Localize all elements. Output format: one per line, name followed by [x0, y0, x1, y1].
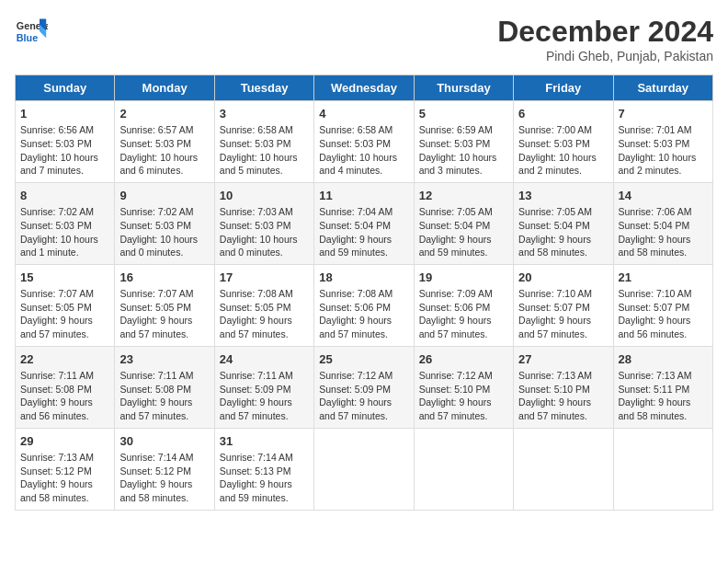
calendar-cell: 23Sunrise: 7:11 AMSunset: 5:08 PMDayligh…: [115, 346, 214, 428]
day-info: Sunrise: 7:11 AM: [220, 369, 309, 383]
day-info: and 2 minutes.: [619, 164, 708, 178]
calendar-cell: [613, 428, 712, 510]
day-info: Sunset: 5:03 PM: [220, 219, 309, 233]
col-monday: Monday: [115, 75, 214, 101]
day-info: and 57 minutes.: [20, 327, 109, 341]
day-info: Sunrise: 7:09 AM: [419, 287, 508, 301]
calendar-row: 1Sunrise: 6:56 AMSunset: 5:03 PMDaylight…: [16, 101, 713, 183]
day-number: 1: [20, 106, 109, 122]
day-info: Sunset: 5:03 PM: [119, 219, 209, 233]
day-number: 7: [619, 106, 708, 122]
day-info: and 58 minutes.: [20, 491, 109, 505]
day-info: Daylight: 10 hours: [119, 233, 209, 247]
day-info: Daylight: 9 hours: [220, 477, 309, 491]
day-number: 28: [619, 351, 708, 368]
day-info: Sunset: 5:12 PM: [20, 465, 109, 478]
day-info: Sunset: 5:06 PM: [419, 301, 508, 315]
calendar-cell: 12Sunrise: 7:05 AMSunset: 5:04 PMDayligh…: [414, 182, 513, 264]
calendar-row: 15Sunrise: 7:07 AMSunset: 5:05 PMDayligh…: [16, 264, 713, 346]
calendar-cell: 11Sunrise: 7:04 AMSunset: 5:04 PMDayligh…: [314, 182, 414, 264]
calendar-row: 29Sunrise: 7:13 AMSunset: 5:12 PMDayligh…: [16, 428, 713, 510]
day-info: Sunset: 5:05 PM: [20, 301, 109, 315]
day-info: and 59 minutes.: [220, 491, 309, 505]
day-info: Daylight: 10 hours: [220, 233, 309, 247]
day-info: Daylight: 9 hours: [619, 314, 708, 327]
calendar-cell: 24Sunrise: 7:11 AMSunset: 5:09 PMDayligh…: [214, 346, 313, 428]
day-info: and 57 minutes.: [518, 409, 608, 423]
day-info: Sunrise: 7:08 AM: [220, 287, 309, 301]
day-info: Sunrise: 7:13 AM: [20, 451, 109, 465]
day-info: Sunset: 5:07 PM: [619, 301, 708, 315]
day-info: and 57 minutes.: [419, 327, 508, 341]
day-info: and 1 minute.: [20, 246, 109, 259]
calendar-row: 8Sunrise: 7:02 AMSunset: 5:03 PMDaylight…: [16, 182, 713, 264]
col-wednesday: Wednesday: [314, 75, 414, 101]
day-number: 9: [119, 188, 209, 204]
day-info: and 58 minutes.: [518, 246, 608, 259]
day-info: and 57 minutes.: [319, 409, 408, 423]
day-number: 15: [20, 270, 109, 286]
day-info: Sunset: 5:05 PM: [119, 301, 209, 315]
day-info: Sunset: 5:03 PM: [20, 137, 109, 151]
day-info: Sunset: 5:08 PM: [119, 383, 209, 396]
day-number: 23: [119, 351, 209, 368]
day-info: Sunrise: 7:14 AM: [119, 451, 209, 465]
day-info: Sunrise: 7:05 AM: [419, 205, 508, 219]
logo: General Blue: [15, 15, 48, 48]
day-number: 5: [419, 106, 508, 122]
header-row: Sunday Monday Tuesday Wednesday Thursday…: [16, 75, 713, 101]
page-subtitle: Pindi Gheb, Punjab, Pakistan: [497, 49, 713, 63]
day-number: 25: [319, 351, 408, 368]
day-info: Sunrise: 7:01 AM: [619, 123, 708, 137]
day-info: and 58 minutes.: [119, 491, 209, 505]
day-info: Sunset: 5:05 PM: [220, 301, 309, 315]
day-info: and 57 minutes.: [319, 327, 408, 341]
day-info: and 57 minutes.: [419, 409, 508, 423]
day-info: Sunrise: 7:10 AM: [619, 287, 708, 301]
day-number: 21: [619, 270, 708, 286]
day-number: 12: [419, 188, 508, 204]
day-info: and 57 minutes.: [518, 327, 608, 341]
day-info: Daylight: 10 hours: [419, 151, 508, 165]
day-number: 29: [20, 433, 109, 450]
day-info: Sunset: 5:10 PM: [518, 383, 608, 396]
col-sunday: Sunday: [16, 75, 115, 101]
col-thursday: Thursday: [414, 75, 513, 101]
calendar-table: Sunday Monday Tuesday Wednesday Thursday…: [15, 75, 713, 511]
calendar-row: 22Sunrise: 7:11 AMSunset: 5:08 PMDayligh…: [16, 346, 713, 428]
calendar-cell: 8Sunrise: 7:02 AMSunset: 5:03 PMDaylight…: [16, 182, 115, 264]
calendar-cell: 25Sunrise: 7:12 AMSunset: 5:09 PMDayligh…: [314, 346, 414, 428]
day-info: and 0 minutes.: [119, 246, 209, 259]
calendar-cell: 4Sunrise: 6:58 AMSunset: 5:03 PMDaylight…: [314, 101, 414, 183]
day-number: 17: [220, 270, 309, 286]
day-info: Sunset: 5:04 PM: [518, 219, 608, 233]
day-info: Sunrise: 7:11 AM: [20, 369, 109, 383]
calendar-cell: 19Sunrise: 7:09 AMSunset: 5:06 PMDayligh…: [414, 264, 513, 346]
day-number: 20: [518, 270, 608, 286]
calendar-cell: 14Sunrise: 7:06 AMSunset: 5:04 PMDayligh…: [613, 182, 712, 264]
day-info: Sunrise: 7:00 AM: [518, 123, 608, 137]
day-info: Sunrise: 7:04 AM: [319, 205, 408, 219]
day-info: Sunset: 5:08 PM: [20, 383, 109, 396]
day-number: 10: [220, 188, 309, 204]
col-friday: Friday: [514, 75, 613, 101]
calendar-header: Sunday Monday Tuesday Wednesday Thursday…: [16, 75, 713, 101]
day-number: 26: [419, 351, 508, 368]
day-info: Sunrise: 7:07 AM: [20, 287, 109, 301]
calendar-cell: 17Sunrise: 7:08 AMSunset: 5:05 PMDayligh…: [214, 264, 313, 346]
day-info: Daylight: 10 hours: [20, 233, 109, 247]
day-info: Sunset: 5:04 PM: [419, 219, 508, 233]
day-info: Daylight: 9 hours: [518, 233, 608, 247]
day-info: Sunrise: 7:11 AM: [119, 369, 209, 383]
col-saturday: Saturday: [613, 75, 712, 101]
day-info: and 59 minutes.: [319, 246, 408, 259]
calendar-cell: 5Sunrise: 6:59 AMSunset: 5:03 PMDaylight…: [414, 101, 513, 183]
day-info: and 7 minutes.: [20, 164, 109, 178]
day-info: Sunrise: 6:59 AM: [419, 123, 508, 137]
calendar-cell: 2Sunrise: 6:57 AMSunset: 5:03 PMDaylight…: [115, 101, 214, 183]
calendar-cell: 22Sunrise: 7:11 AMSunset: 5:08 PMDayligh…: [16, 346, 115, 428]
logo-icon: General Blue: [15, 15, 48, 48]
day-number: 19: [419, 270, 508, 286]
day-info: Sunrise: 6:57 AM: [119, 123, 209, 137]
day-number: 27: [518, 351, 608, 368]
